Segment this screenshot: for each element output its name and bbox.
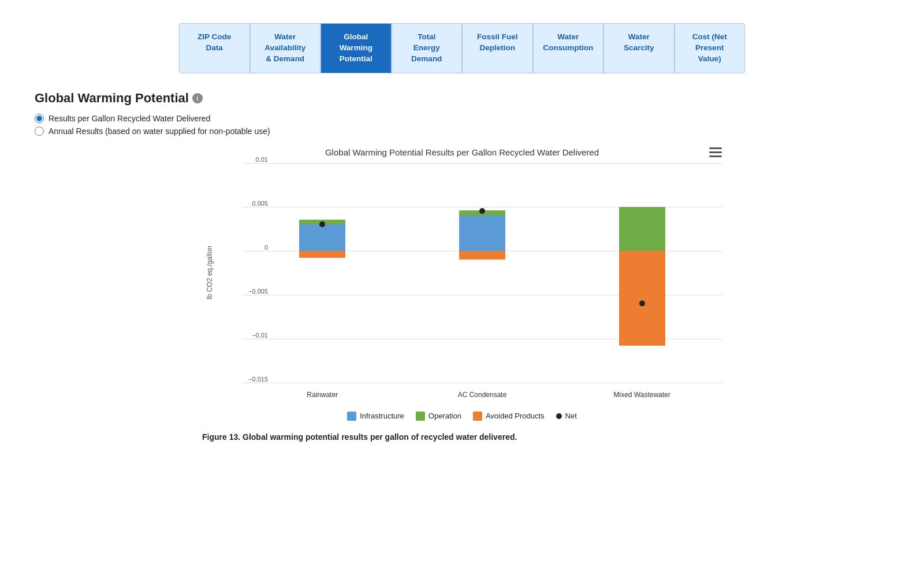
nav-tab-total-energy[interactable]: TotalEnergyDemand	[392, 23, 463, 73]
nav-tab-zip[interactable]: ZIP CodeData	[179, 23, 250, 73]
legend-label: Operation	[429, 412, 461, 420]
bar-group-label: Mixed Wastewater	[614, 391, 670, 399]
section-title-text: Global Warming Potential	[35, 91, 189, 106]
bar-group-label: AC Condensate	[458, 391, 507, 399]
grid-label: 0.01	[243, 156, 268, 163]
nav-tab-cost[interactable]: Cost (NetPresentValue)	[675, 23, 746, 73]
figure-caption-text: Figure 13. Global warming potential resu…	[202, 432, 517, 442]
nav-tab-water-avail[interactable]: WaterAvailability& Demand	[250, 23, 321, 73]
bar-group-mixed-wastewater: Mixed Wastewater	[619, 163, 665, 383]
bar-avoided	[299, 251, 345, 258]
legend: InfrastructureOperationAvoided ProductsN…	[202, 412, 722, 421]
radio-option-annual[interactable]: Annual Results (based on water supplied …	[35, 127, 889, 136]
legend-swatch	[416, 412, 425, 421]
chart-inner: 0.010.0050−0.005−0.01−0.015RainwaterAC C…	[214, 163, 722, 383]
figure-caption: Figure 13. Global warming potential resu…	[202, 432, 722, 442]
bar-group-rainwater: Rainwater	[299, 163, 345, 383]
legend-item-net: Net	[556, 412, 577, 420]
bars-container: RainwaterAC CondensateMixed Wastewater	[243, 163, 722, 383]
legend-label: Infrastructure	[360, 412, 404, 420]
legend-label: Avoided Products	[486, 412, 545, 420]
nav-tab-fossil-fuel[interactable]: Fossil FuelDepletion	[462, 23, 533, 73]
radio-label-per-gallon: Results per Gallon Recycled Water Delive…	[49, 114, 210, 123]
nav-tab-water-consumption[interactable]: WaterConsumption	[533, 23, 604, 73]
chart-wrapper: Global Warming Potential Results per Gal…	[202, 147, 722, 421]
radio-input-annual[interactable]	[35, 127, 44, 136]
info-icon[interactable]: i	[192, 93, 203, 103]
bar-net-dot	[639, 301, 645, 306]
radio-input-per-gallon[interactable]	[35, 114, 44, 123]
hamburger-icon[interactable]	[709, 147, 722, 157]
radio-label-annual: Annual Results (based on water supplied …	[49, 127, 270, 136]
bar-group-label: Rainwater	[307, 391, 338, 399]
legend-item-avoided-products: Avoided Products	[473, 412, 545, 421]
bar-avoided	[459, 251, 505, 260]
legend-swatch	[473, 412, 482, 421]
bar-net-dot	[479, 208, 485, 214]
legend-item-operation: Operation	[416, 412, 461, 421]
legend-dot	[556, 413, 562, 419]
bar-infrastructure	[459, 216, 505, 251]
section-title: Global Warming Potential i	[35, 91, 889, 106]
legend-label: Net	[565, 412, 577, 420]
bar-group-ac-condensate: AC Condensate	[459, 163, 505, 383]
nav-tabs: ZIP CodeDataWaterAvailability& DemandGlo…	[179, 23, 745, 73]
bar-infrastructure	[299, 224, 345, 251]
nav-tab-global-warming[interactable]: GlobalWarmingPotential	[321, 23, 392, 73]
chart-title: Global Warming Potential Results per Gal…	[325, 147, 599, 157]
bar-net-dot	[319, 221, 325, 227]
legend-swatch	[347, 412, 356, 421]
y-axis-label: lb CO2 eq./gallon	[202, 163, 214, 383]
bar-operation	[619, 207, 665, 251]
chart-title-row: Global Warming Potential Results per Gal…	[202, 147, 722, 157]
nav-tab-water-scarcity[interactable]: WaterScarcity	[603, 23, 675, 73]
grid-line: −0.015	[243, 383, 722, 383]
legend-item-infrastructure: Infrastructure	[347, 412, 404, 421]
bar-avoided	[619, 251, 665, 346]
chart-area: lb CO2 eq./gallon 0.010.0050−0.005−0.01−…	[202, 163, 722, 383]
radio-group: Results per Gallon Recycled Water Delive…	[35, 114, 889, 136]
radio-option-per-gallon[interactable]: Results per Gallon Recycled Water Delive…	[35, 114, 889, 123]
grid-lines: 0.010.0050−0.005−0.01−0.015RainwaterAC C…	[214, 163, 722, 383]
